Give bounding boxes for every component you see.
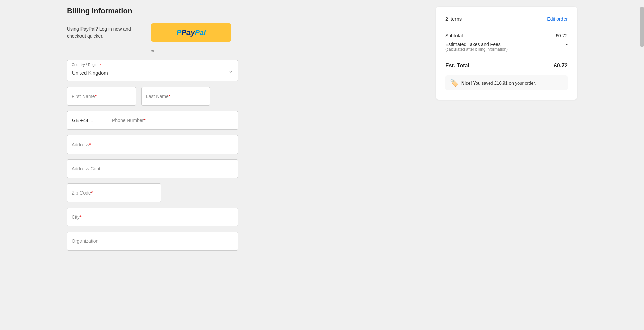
paypal-section: Using PayPal? Log in now and checkout qu… xyxy=(67,23,238,42)
order-card: 2 items Edit order Subtotal £0.72 Estima… xyxy=(436,7,577,100)
paypal-text: Using PayPal? Log in now and checkout qu… xyxy=(67,25,144,40)
phone-code-selector[interactable]: GB +44 ⌄ xyxy=(67,111,107,130)
zip-code-input[interactable] xyxy=(67,183,161,202)
last-name-input[interactable] xyxy=(141,87,210,106)
page-title: Billing Information xyxy=(67,7,238,15)
taxes-sublabel: (calculated after billing information) xyxy=(445,47,508,52)
paypal-button[interactable]: PPayPal xyxy=(151,23,231,42)
savings-row: 🏷️ Nice! You saved £10.91 on your order. xyxy=(445,75,568,90)
phone-number-input[interactable] xyxy=(107,111,238,130)
order-sidebar: 2 items Edit order Subtotal £0.72 Estima… xyxy=(436,0,577,330)
organization-input[interactable] xyxy=(67,232,238,251)
order-header: 2 items Edit order xyxy=(445,16,568,28)
name-row: First Name* Last Name* xyxy=(67,87,238,106)
subtotal-label: Subtotal xyxy=(445,33,463,38)
savings-text: Nice! You saved £10.91 on your order. xyxy=(461,80,536,86)
total-label: Est. Total xyxy=(445,63,469,69)
address-field: Address* xyxy=(67,135,238,154)
phone-chevron-icon: ⌄ xyxy=(90,118,94,123)
city-input[interactable] xyxy=(67,208,238,226)
last-name-field: Last Name* xyxy=(141,87,210,106)
organization-field: Organization xyxy=(67,232,238,251)
divider-right xyxy=(158,51,238,51)
divider-left xyxy=(67,51,147,51)
address-cont-input[interactable] xyxy=(67,159,238,178)
edit-order-link[interactable]: Edit order xyxy=(547,16,568,22)
total-value: £0.72 xyxy=(554,63,568,69)
first-name-input[interactable] xyxy=(67,87,136,106)
address-cont-field: Address Cont. xyxy=(67,159,238,178)
savings-icon: 🏷️ xyxy=(450,79,459,87)
phone-row: GB +44 ⌄ Phone Number* xyxy=(67,111,238,130)
taxes-label: Estimated Taxes and Fees xyxy=(445,42,508,47)
address-input[interactable] xyxy=(67,135,238,154)
subtotal-value: £0.72 xyxy=(556,33,568,38)
phone-number-field: Phone Number* xyxy=(107,111,238,130)
scrollbar-thumb[interactable] xyxy=(640,7,644,47)
zip-field: Zip Code* xyxy=(67,183,161,202)
taxes-row: Estimated Taxes and Fees (calculated aft… xyxy=(445,42,568,52)
total-row: Est. Total £0.72 xyxy=(445,63,568,69)
divider: or xyxy=(67,48,238,53)
divider-text: or xyxy=(151,48,155,53)
scrollbar[interactable] xyxy=(640,0,644,330)
country-select[interactable]: United Kingdom United States France Germ… xyxy=(67,60,238,81)
subtotal-row: Subtotal £0.72 xyxy=(445,33,568,38)
country-field: Country / Region* United Kingdom United … xyxy=(67,60,238,81)
taxes-value: - xyxy=(566,42,568,52)
first-name-field: First Name* xyxy=(67,87,136,106)
order-divider xyxy=(445,57,568,57)
city-field: City* xyxy=(67,208,238,226)
items-count: 2 items xyxy=(445,16,462,22)
phone-code-label: GB +44 xyxy=(72,118,88,123)
